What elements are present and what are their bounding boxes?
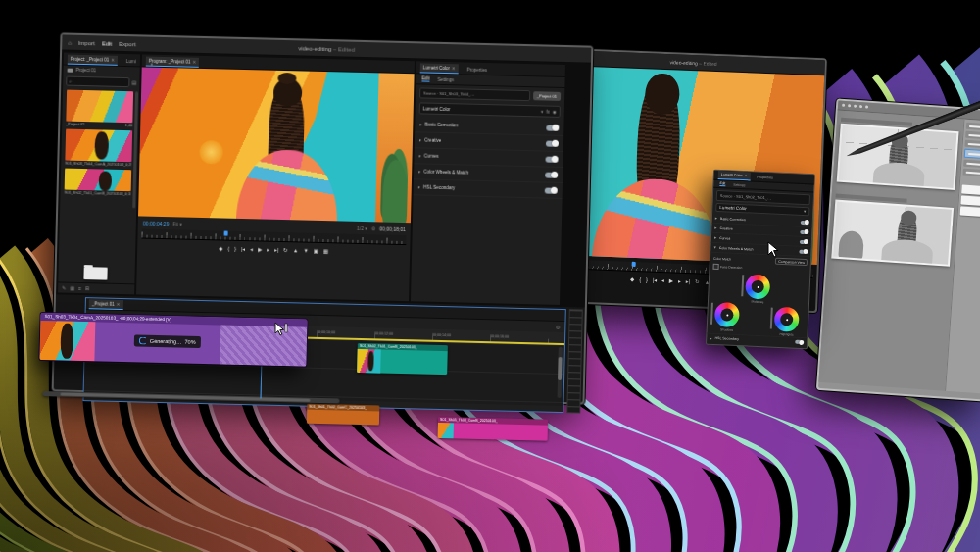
comparison-view-icon[interactable]: ▦ bbox=[323, 248, 328, 254]
menu-export[interactable]: Export bbox=[119, 40, 135, 46]
close-icon[interactable]: ✕ bbox=[744, 174, 747, 177]
add-marker-icon[interactable]: ◆ bbox=[219, 245, 222, 251]
midtones-slider[interactable] bbox=[741, 275, 743, 296]
tab-properties[interactable]: Properties bbox=[754, 174, 776, 182]
mark-in-icon[interactable]: { bbox=[227, 246, 229, 252]
menu-import[interactable]: Import bbox=[78, 39, 95, 45]
search-input[interactable]: ⌕ bbox=[66, 76, 129, 88]
generative-extend-clip[interactable]: S01_Sh03_Tk04_CamA_20250103_ -00;00;04;2… bbox=[39, 313, 307, 367]
shadows-slider[interactable] bbox=[710, 302, 712, 324]
zoom-level-select[interactable]: Fit ▾ bbox=[172, 221, 182, 226]
toolbar-dot-icon[interactable] bbox=[854, 105, 857, 108]
toolbar-dot-icon[interactable] bbox=[848, 104, 851, 107]
layer-row[interactable] bbox=[961, 185, 980, 196]
extract-icon[interactable]: ▼ bbox=[303, 248, 309, 254]
preset-select[interactable]: Lumetri Color bbox=[423, 106, 451, 112]
highlights-slider[interactable] bbox=[770, 307, 772, 328]
brush-preset[interactable] bbox=[964, 140, 980, 149]
subtab-edit[interactable]: Edit bbox=[421, 75, 429, 81]
playhead-marker[interactable] bbox=[632, 262, 636, 267]
current-timecode[interactable]: 00;00;04;29 bbox=[143, 220, 170, 226]
tab-project[interactable]: Project: _Project 01✕ bbox=[68, 55, 118, 66]
tab-sequence[interactable]: _Project 01✕ bbox=[89, 299, 123, 310]
toggle-switch[interactable] bbox=[545, 172, 558, 177]
tab-lumetri-scopes[interactable]: Lumi bbox=[123, 57, 139, 66]
mark-out-icon[interactable]: } bbox=[234, 246, 236, 252]
play-icon[interactable]: ▶ bbox=[669, 277, 673, 283]
storyboard-frame-2[interactable] bbox=[831, 200, 954, 267]
export-frame-icon[interactable]: ▣ bbox=[314, 248, 318, 254]
step-back-icon[interactable]: ◂ bbox=[662, 277, 664, 283]
menu-edit[interactable]: Edit bbox=[102, 40, 112, 46]
tab-program[interactable]: Program: _Project 01✕ bbox=[146, 57, 200, 68]
close-icon[interactable]: ✕ bbox=[111, 58, 115, 63]
lift-icon[interactable]: ▲ bbox=[293, 247, 299, 253]
tab-properties[interactable]: Properties bbox=[464, 65, 490, 75]
subtab-edit[interactable]: Edit bbox=[719, 181, 725, 186]
go-to-in-icon[interactable]: |◂ bbox=[241, 246, 245, 252]
go-to-out-icon[interactable]: ▸| bbox=[686, 278, 690, 284]
timeline-settings-icon[interactable]: ⚙ bbox=[556, 324, 561, 329]
brush-preset[interactable] bbox=[963, 160, 980, 169]
folder-icon[interactable]: ▤ bbox=[132, 79, 137, 85]
playback-resolution-select[interactable]: 1/2 ▾ bbox=[357, 225, 368, 230]
toolbar-dot-icon[interactable] bbox=[842, 104, 845, 107]
panel-overflow-icon[interactable]: » bbox=[151, 62, 154, 67]
toolbar-dot-icon[interactable] bbox=[865, 105, 868, 108]
go-to-out-icon[interactable]: ▸| bbox=[274, 247, 278, 253]
project-item[interactable]: S01_Sh03_Tk04_CamA_20250103_ 0;29 bbox=[65, 129, 132, 168]
playhead-marker[interactable] bbox=[223, 231, 227, 236]
toggle-switch[interactable] bbox=[546, 125, 559, 130]
toggle-switch[interactable] bbox=[799, 249, 808, 253]
toggle-switch[interactable] bbox=[795, 340, 804, 344]
layer-row[interactable] bbox=[960, 206, 980, 217]
go-to-in-icon[interactable]: |◂ bbox=[653, 277, 657, 283]
toggle-switch[interactable] bbox=[546, 140, 559, 146]
brush-preset[interactable] bbox=[966, 123, 980, 131]
shadows-wheel[interactable] bbox=[714, 301, 740, 326]
layer-row[interactable] bbox=[960, 195, 980, 206]
home-icon[interactable]: ⌂ bbox=[68, 39, 72, 45]
section-hsl-secondary[interactable]: ▸ HSL Secondary bbox=[414, 179, 563, 199]
preset-select[interactable]: Lumetri Color bbox=[719, 205, 747, 211]
tab-lumetri-color[interactable]: Lumetri Color✕ bbox=[718, 171, 751, 180]
step-back-icon[interactable]: ◂ bbox=[250, 246, 253, 252]
bin-row[interactable]: Project 01 bbox=[64, 65, 140, 75]
toggle-switch[interactable] bbox=[800, 239, 808, 243]
project-item[interactable]: S01_Sh02_Tk01_CamB_20250103_ 0;18 bbox=[65, 169, 132, 197]
tab-lumetri-color[interactable]: Lumetri Color✕ bbox=[420, 63, 459, 74]
mark-out-icon[interactable]: } bbox=[646, 276, 648, 282]
highlights-wheel[interactable] bbox=[774, 306, 800, 331]
timeline-vertical-scrollbar[interactable] bbox=[558, 347, 563, 398]
timeline-clip-teal[interactable]: S01_Sh02_Tk01_CamB_20250103_ bbox=[357, 343, 448, 375]
new-bin-folder-icon[interactable] bbox=[83, 267, 107, 280]
add-marker-icon[interactable]: ◆ bbox=[630, 276, 634, 282]
close-icon[interactable]: ✕ bbox=[192, 60, 196, 65]
toggle-switch[interactable] bbox=[800, 229, 808, 233]
face-detection-checkbox[interactable] bbox=[713, 264, 719, 270]
brush-preset[interactable] bbox=[965, 131, 980, 140]
list-view-icon[interactable]: ≡ bbox=[78, 285, 81, 291]
storyboard-canvas[interactable] bbox=[818, 110, 963, 390]
toolbar-dot-icon[interactable] bbox=[859, 105, 862, 108]
scrollbar[interactable] bbox=[132, 91, 138, 208]
eye-icon[interactable]: ◉ bbox=[553, 109, 557, 114]
brush-preset-selected[interactable] bbox=[964, 149, 980, 160]
close-icon[interactable]: ✕ bbox=[452, 66, 456, 71]
settings-wrench-icon[interactable]: ⚙ bbox=[371, 226, 376, 231]
new-bin-icon[interactable]: ⊞ bbox=[85, 285, 89, 291]
toggle-switch[interactable] bbox=[801, 220, 809, 224]
mark-in-icon[interactable]: { bbox=[639, 276, 641, 282]
loop-icon[interactable]: ↻ bbox=[695, 278, 700, 284]
timeline-clip-orange[interactable]: S01_Sh01_Tk02_CamC_20250103_ bbox=[307, 404, 379, 426]
grid-view-icon[interactable]: ▦ bbox=[70, 285, 74, 291]
project-item[interactable]: _Project 01 1;40 bbox=[66, 90, 133, 128]
subtab-settings[interactable]: Settings bbox=[733, 182, 745, 187]
brush-preset[interactable] bbox=[962, 169, 980, 177]
midtones-wheel[interactable] bbox=[745, 274, 770, 299]
toggle-switch[interactable] bbox=[545, 187, 558, 193]
timeline-clip-pink[interactable]: S01_Sh05_Tk03_CamB_20250103_ bbox=[438, 417, 549, 441]
source-clip-pill[interactable]: Source · S01_Sh03_Tk04_… bbox=[419, 87, 530, 101]
play-icon[interactable]: ▶ bbox=[258, 246, 262, 252]
toggle-switch[interactable] bbox=[545, 156, 558, 162]
